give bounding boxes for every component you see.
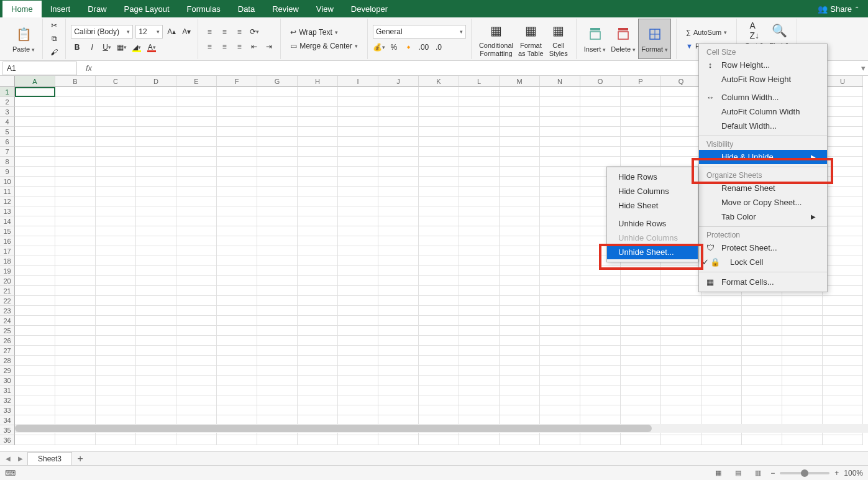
cell[interactable]	[500, 167, 540, 177]
cell[interactable]	[823, 376, 863, 385]
cell[interactable]	[257, 376, 298, 385]
cell[interactable]	[500, 107, 540, 117]
cell[interactable]	[176, 87, 217, 97]
cell[interactable]	[257, 196, 298, 206]
column-header[interactable]: O	[580, 76, 621, 87]
column-header[interactable]: B	[55, 76, 96, 87]
cell[interactable]	[823, 276, 863, 286]
cell[interactable]	[580, 266, 621, 276]
cell[interactable]	[217, 97, 257, 107]
cell[interactable]	[15, 366, 55, 376]
cell[interactable]	[338, 147, 378, 157]
cell[interactable]	[15, 336, 55, 346]
column-header[interactable]: A	[15, 76, 55, 87]
cell[interactable]	[257, 296, 298, 306]
row-header[interactable]: 24	[0, 316, 15, 326]
increase-font-button[interactable]: A▴	[165, 25, 178, 38]
cell[interactable]	[217, 296, 257, 306]
menu-unhide-rows[interactable]: Unhide Rows	[607, 216, 698, 231]
cell[interactable]	[338, 405, 378, 415]
cell[interactable]	[298, 385, 338, 395]
cell[interactable]	[742, 405, 782, 415]
cell[interactable]	[217, 196, 257, 206]
cell[interactable]	[55, 97, 96, 107]
cell[interactable]	[378, 147, 419, 157]
cell[interactable]	[257, 87, 298, 97]
cell[interactable]	[15, 316, 55, 326]
menu-tab-color[interactable]: Tab Color▶	[699, 210, 827, 224]
menu-default-width[interactable]: Default Width...	[699, 119, 827, 133]
cell[interactable]	[459, 316, 500, 326]
row-header[interactable]: 19	[0, 266, 15, 276]
cell[interactable]	[419, 346, 459, 356]
cell[interactable]	[782, 395, 823, 405]
row-header[interactable]: 28	[0, 356, 15, 366]
cell[interactable]	[96, 216, 136, 226]
cell[interactable]	[661, 107, 701, 117]
cell[interactable]	[419, 276, 459, 286]
row-header[interactable]: 31	[0, 385, 15, 395]
cell[interactable]	[540, 246, 580, 256]
cell[interactable]	[419, 326, 459, 336]
column-header[interactable]: L	[459, 76, 500, 87]
cell[interactable]	[298, 395, 338, 405]
cell[interactable]	[419, 385, 459, 395]
cell[interactable]	[217, 147, 257, 157]
cell[interactable]	[338, 216, 378, 226]
cell[interactable]	[661, 296, 701, 306]
cell[interactable]	[500, 236, 540, 246]
cell[interactable]	[338, 107, 378, 117]
cell[interactable]	[701, 346, 742, 356]
cell[interactable]	[136, 385, 176, 395]
comma-button[interactable]: 🔸	[403, 41, 415, 53]
row-header[interactable]: 33	[0, 405, 15, 415]
cell[interactable]	[96, 236, 136, 246]
cell[interactable]	[257, 356, 298, 366]
cell[interactable]	[257, 206, 298, 216]
cell[interactable]	[661, 435, 701, 445]
cell[interactable]	[459, 366, 500, 376]
scrollbar-thumb[interactable]	[15, 425, 652, 432]
cell[interactable]	[540, 376, 580, 385]
cell[interactable]	[823, 405, 863, 415]
cell[interactable]	[176, 266, 217, 276]
cell[interactable]	[257, 117, 298, 127]
cell[interactable]	[459, 296, 500, 306]
cell[interactable]	[176, 236, 217, 246]
cell[interactable]	[15, 276, 55, 286]
cell[interactable]	[96, 306, 136, 316]
cell[interactable]	[298, 226, 338, 236]
cell[interactable]	[459, 306, 500, 316]
row-header[interactable]: 30	[0, 376, 15, 385]
cell[interactable]	[55, 306, 96, 316]
cell[interactable]	[338, 97, 378, 107]
cell[interactable]	[782, 435, 823, 445]
cell[interactable]	[459, 356, 500, 366]
fill-color-button[interactable]: ◢▾	[130, 41, 143, 53]
cell[interactable]	[580, 107, 621, 117]
cell[interactable]	[419, 356, 459, 366]
cell[interactable]	[176, 157, 217, 167]
row-header[interactable]: 27	[0, 346, 15, 356]
cell[interactable]	[419, 107, 459, 117]
cell[interactable]	[136, 87, 176, 97]
cell[interactable]	[500, 286, 540, 296]
menu-unhide-sheet[interactable]: Unhide Sheet...	[607, 245, 698, 259]
increase-indent-button[interactable]: ⇥	[263, 40, 275, 53]
cell[interactable]	[459, 286, 500, 296]
cell[interactable]	[176, 137, 217, 147]
cell[interactable]	[419, 286, 459, 296]
cell[interactable]	[217, 435, 257, 445]
cell[interactable]	[55, 87, 96, 97]
cell[interactable]	[96, 326, 136, 336]
cell[interactable]	[580, 326, 621, 336]
cell[interactable]	[540, 236, 580, 246]
cell[interactable]	[459, 266, 500, 276]
cell[interactable]	[621, 296, 661, 306]
cell[interactable]	[176, 256, 217, 266]
cell[interactable]	[540, 196, 580, 206]
row-header[interactable]: 9	[0, 167, 15, 177]
cell[interactable]	[217, 226, 257, 236]
cell[interactable]	[257, 336, 298, 346]
cell[interactable]	[55, 167, 96, 177]
